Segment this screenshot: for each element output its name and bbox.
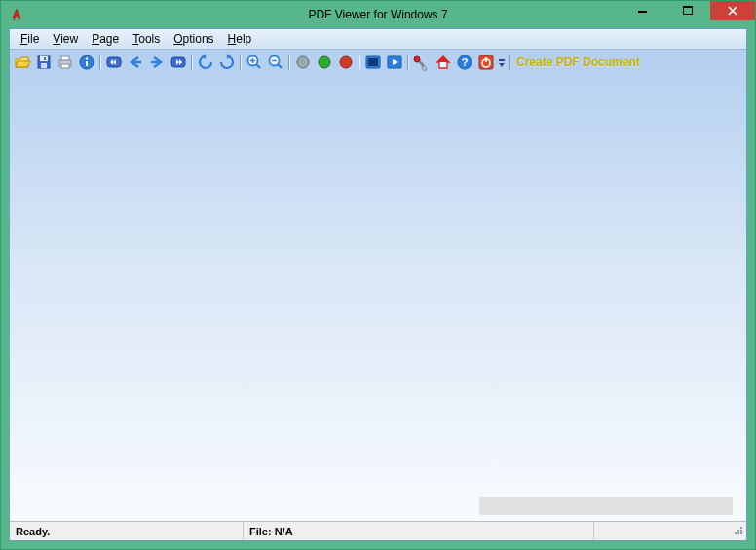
next-page-button[interactable]: [146, 52, 168, 73]
statusbar: Ready. File: N/A: [10, 521, 746, 540]
svg-point-19: [340, 56, 352, 68]
svg-rect-5: [41, 63, 47, 68]
svg-rect-21: [368, 58, 378, 66]
status-ready: Ready.: [10, 522, 244, 540]
window-controls: [621, 1, 755, 20]
maximize-button[interactable]: [665, 1, 710, 20]
print-button[interactable]: [55, 52, 76, 73]
save-button[interactable]: [33, 52, 55, 73]
svg-rect-2: [683, 6, 693, 8]
app-icon: [9, 7, 24, 22]
rotate-right-button[interactable]: [216, 52, 238, 73]
zoom-in-button[interactable]: [244, 52, 265, 73]
separator: [357, 52, 362, 73]
titlebar[interactable]: PDF Viewer for Windows 7: [1, 1, 755, 28]
separator: [286, 52, 292, 73]
open-button[interactable]: [12, 52, 33, 73]
slideshow-button[interactable]: [384, 52, 405, 73]
svg-rect-8: [61, 56, 69, 60]
menu-tools[interactable]: Tools: [126, 30, 167, 48]
svg-rect-32: [737, 530, 739, 532]
svg-rect-34: [735, 532, 737, 534]
svg-point-17: [297, 56, 309, 68]
prev-page-button[interactable]: [125, 52, 146, 73]
fullscreen-button[interactable]: [362, 52, 384, 73]
first-page-button[interactable]: [103, 52, 125, 73]
home-button[interactable]: [433, 52, 454, 73]
menu-page[interactable]: Page: [85, 30, 126, 48]
svg-rect-33: [740, 530, 742, 532]
progress-placeholder: [479, 497, 733, 515]
green-button[interactable]: [314, 52, 335, 73]
menu-file[interactable]: File: [14, 30, 46, 48]
svg-rect-31: [740, 527, 742, 529]
menu-view[interactable]: View: [46, 30, 85, 48]
menubar: File View Page Tools Options Help: [10, 29, 746, 50]
svg-rect-36: [740, 532, 742, 534]
grayscale-button[interactable]: [292, 52, 314, 73]
svg-rect-35: [737, 532, 739, 534]
toolbar-dropdown[interactable]: [497, 52, 507, 73]
svg-point-23: [414, 56, 420, 62]
content-area: [10, 75, 746, 521]
menu-help[interactable]: Help: [221, 30, 259, 48]
minimize-button[interactable]: [621, 1, 665, 20]
separator: [238, 52, 244, 73]
options-button[interactable]: [411, 52, 433, 73]
svg-rect-9: [61, 64, 69, 68]
app-window: PDF Viewer for Windows 7 File View Page …: [0, 0, 756, 550]
svg-rect-30: [499, 59, 505, 61]
separator: [507, 52, 512, 73]
svg-rect-6: [44, 57, 46, 60]
power-button[interactable]: [475, 52, 497, 73]
client-area: File View Page Tools Options Help: [9, 28, 747, 541]
menu-options[interactable]: Options: [167, 30, 220, 48]
red-button[interactable]: [335, 52, 357, 73]
toolbar: ? Create PDF Document: [10, 50, 746, 75]
help-button[interactable]: ?: [454, 52, 475, 73]
separator: [189, 52, 195, 73]
separator: [97, 52, 103, 73]
svg-rect-24: [422, 66, 427, 71]
resize-grip-icon[interactable]: [731, 525, 746, 538]
svg-rect-12: [86, 61, 88, 66]
status-empty: [594, 522, 731, 540]
svg-point-18: [319, 56, 330, 68]
status-file: File: N/A: [244, 522, 594, 540]
svg-point-11: [86, 57, 88, 59]
zoom-out-button[interactable]: [265, 52, 286, 73]
info-button[interactable]: [76, 52, 97, 73]
rotate-left-button[interactable]: [195, 52, 216, 73]
svg-text:?: ?: [462, 56, 469, 68]
separator: [405, 52, 411, 73]
last-page-button[interactable]: [168, 52, 189, 73]
svg-rect-29: [485, 57, 487, 62]
create-pdf-link[interactable]: Create PDF Document: [516, 55, 640, 69]
close-button[interactable]: [710, 1, 755, 20]
svg-rect-0: [638, 11, 647, 13]
